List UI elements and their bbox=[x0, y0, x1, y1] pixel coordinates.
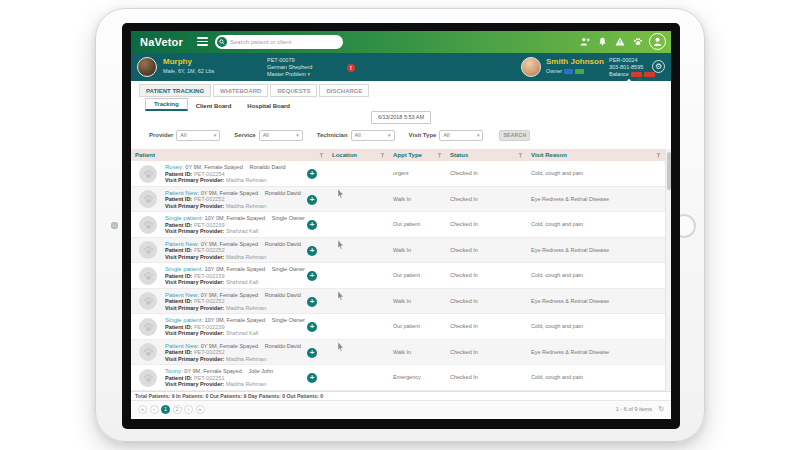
filter-funnel-icon[interactable] bbox=[518, 153, 523, 158]
add-action-button[interactable]: + bbox=[307, 348, 317, 358]
patient-id-label: Patient ID: bbox=[165, 349, 192, 355]
patient-info: Single patient: 10Y 0M, Female Spayed Si… bbox=[165, 317, 305, 337]
table-row[interactable]: Patient New: 0Y 9M, Female Spayed Ronald… bbox=[131, 340, 665, 366]
add-action-button[interactable]: + bbox=[307, 271, 317, 281]
add-action-button[interactable]: + bbox=[307, 220, 317, 230]
add-action-button[interactable]: + bbox=[307, 195, 317, 205]
owner-name: Ronaldo David bbox=[265, 241, 301, 247]
subtab-tracking[interactable]: Tracking bbox=[145, 98, 188, 111]
refresh-icon[interactable]: ↻ bbox=[658, 405, 664, 413]
patient-name-link[interactable]: Single patient: bbox=[165, 317, 203, 323]
pet-alert-icon[interactable]: ! bbox=[347, 64, 355, 72]
patient-info: Patient New: 0Y 9M, Female Spayed Ronald… bbox=[165, 190, 301, 210]
tab-requests[interactable]: REQUESTS bbox=[270, 84, 317, 97]
tablet-screen: NaVetor bbox=[122, 23, 680, 429]
search-button[interactable]: SEARCH bbox=[499, 130, 530, 141]
datetime-chip[interactable]: 6/13/2018 5:53 AM bbox=[371, 111, 431, 124]
master-problem-dropdown[interactable]: Master Problem ▾ bbox=[267, 71, 312, 78]
provider-value: Shahzad Kafi bbox=[226, 228, 259, 234]
patient-name-link[interactable]: Patient New: bbox=[165, 241, 199, 247]
patient-name-link[interactable]: Patient New: bbox=[165, 343, 199, 349]
table-row[interactable]: Patient New: 0Y 9M, Female Spayed Ronald… bbox=[131, 187, 665, 213]
page-first-button[interactable]: « bbox=[138, 405, 147, 414]
tab-whiteboard[interactable]: WHITEBOARD bbox=[213, 84, 268, 97]
client-name[interactable]: Smith Johnson bbox=[546, 57, 604, 66]
tab-patient-tracking[interactable]: PATIENT TRACKING bbox=[139, 84, 211, 97]
visit-reason-cell: Cold, cough and pain bbox=[527, 161, 665, 186]
technician-select[interactable]: All▾ bbox=[351, 130, 395, 141]
pet-meta: PET-00079 German Shepherd Master Problem… bbox=[267, 57, 312, 78]
add-action-button[interactable]: + bbox=[307, 246, 317, 256]
alerts-triangle-icon[interactable] bbox=[615, 37, 625, 47]
visit-reason-cell: Eye Redness & Retinal Disease bbox=[527, 340, 665, 365]
patient-id-value: PET-002239 bbox=[194, 273, 225, 279]
owner-name: Ronaldo David bbox=[265, 343, 301, 349]
patient-id-value: PET-002252 bbox=[194, 298, 225, 304]
patient-name-link[interactable]: Single patient: bbox=[165, 215, 203, 221]
add-action-button[interactable]: + bbox=[307, 169, 317, 179]
gear-icon[interactable]: ⚙ bbox=[652, 60, 665, 73]
table-header: Patient Location Appt Type Status Visit … bbox=[131, 149, 665, 161]
page-next-button[interactable]: › bbox=[184, 405, 193, 414]
status-cell: Checked In bbox=[446, 238, 527, 263]
filter-funnel-icon[interactable] bbox=[319, 153, 324, 158]
patient-info: Rosey: 0Y 9M, Female Spayed Ronaldo Davi… bbox=[165, 164, 285, 184]
table-row[interactable]: Tonny: 0Y 9M, Female Spayed Jolie John P… bbox=[131, 365, 665, 391]
paw-icon[interactable] bbox=[633, 37, 643, 47]
global-search[interactable] bbox=[215, 35, 343, 49]
provider-select[interactable]: All▾ bbox=[176, 130, 220, 141]
account-avatar-button[interactable] bbox=[649, 33, 666, 50]
add-action-button[interactable]: + bbox=[307, 322, 317, 332]
provider-value: Shahzad Kafi bbox=[226, 330, 259, 336]
tab-discharge[interactable]: DISCHARGE bbox=[319, 84, 369, 97]
vertical-scrollbar[interactable] bbox=[665, 149, 671, 397]
table-row[interactable]: Single patient: 10Y 0M, Female Spayed Si… bbox=[131, 314, 665, 340]
pet-placeholder-avatar bbox=[139, 165, 157, 183]
notifications-bell-icon[interactable] bbox=[598, 37, 607, 47]
add-action-button[interactable]: + bbox=[307, 373, 317, 383]
client-badge-blue bbox=[564, 69, 573, 74]
pet-avatar[interactable] bbox=[137, 57, 157, 77]
patient-name-link[interactable]: Rosey: bbox=[165, 164, 184, 170]
scrollbar-thumb[interactable] bbox=[667, 152, 671, 190]
table-row[interactable]: Single patient: 10Y 0M, Female Spayed Si… bbox=[131, 263, 665, 289]
client-role-row: Owner bbox=[546, 68, 584, 74]
patient-name-link[interactable]: Patient New: bbox=[165, 292, 199, 298]
status-cell: Checked In bbox=[446, 212, 527, 237]
service-select[interactable]: All▾ bbox=[259, 130, 303, 141]
table-row[interactable]: Rosey: 0Y 9M, Female Spayed Ronaldo Davi… bbox=[131, 161, 665, 187]
filter-funnel-icon[interactable] bbox=[380, 153, 385, 158]
table-row[interactable]: Single patient: 10Y 0M, Female Spayed Si… bbox=[131, 212, 665, 238]
patient-name-link[interactable]: Patient New: bbox=[165, 190, 199, 196]
page-1-button[interactable]: 1 bbox=[161, 405, 170, 414]
patient-name-link[interactable]: Tonny: bbox=[165, 368, 183, 374]
filter-funnel-icon[interactable] bbox=[437, 153, 442, 158]
appt-type-cell: Walk In bbox=[389, 289, 446, 314]
status-cell: Checked In bbox=[446, 365, 527, 390]
provider-label: Visit Primary Provider: bbox=[165, 203, 224, 209]
provider-label: Visit Primary Provider: bbox=[165, 254, 224, 260]
page-last-button[interactable]: » bbox=[196, 405, 205, 414]
client-avatar[interactable] bbox=[521, 57, 541, 77]
patient-cell: Rosey: 0Y 9M, Female Spayed Ronaldo Davi… bbox=[131, 161, 328, 186]
page-2-button[interactable]: 2 bbox=[173, 405, 182, 414]
add-client-icon[interactable] bbox=[580, 37, 590, 47]
table-row[interactable]: Patient New: 0Y 9M, Female Spayed Ronald… bbox=[131, 238, 665, 264]
patient-name-link[interactable]: Single patient: bbox=[165, 266, 203, 272]
visit-type-select[interactable]: All▾ bbox=[439, 130, 483, 141]
patient-id-label: Patient ID: bbox=[165, 298, 192, 304]
subtab-client-board[interactable]: Client Board bbox=[188, 101, 240, 111]
filter-funnel-icon[interactable] bbox=[656, 153, 661, 158]
col-appt-type: Appt Type bbox=[389, 149, 446, 161]
menu-icon[interactable] bbox=[197, 37, 208, 48]
subtab-hospital-board[interactable]: Hospital Board bbox=[239, 101, 298, 111]
table-row[interactable]: Patient New: 0Y 9M, Female Spayed Ronald… bbox=[131, 289, 665, 315]
page-prev-button[interactable]: ‹ bbox=[150, 405, 159, 414]
stage: NaVetor bbox=[0, 0, 800, 450]
search-input[interactable] bbox=[230, 39, 330, 45]
patient-info: Tonny: 0Y 9M, Female Spayed Jolie John P… bbox=[165, 368, 273, 388]
pet-placeholder-avatar bbox=[139, 292, 157, 310]
pet-name[interactable]: Murphy bbox=[163, 57, 192, 66]
provider-value: Madiha Rehman bbox=[226, 305, 266, 311]
add-action-button[interactable]: + bbox=[307, 297, 317, 307]
